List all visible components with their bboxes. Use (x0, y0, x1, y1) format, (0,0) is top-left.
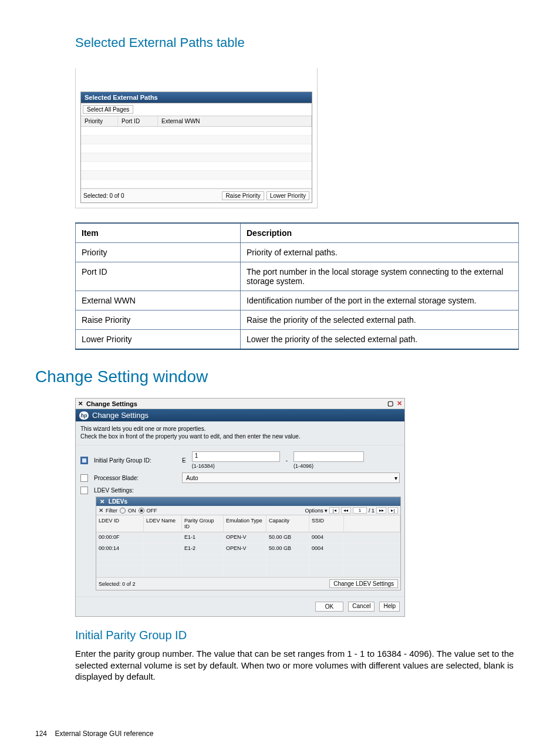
table-row[interactable]: 00:00:14E1-2OPEN-V50.00 GB0004 (96, 544, 400, 555)
cancel-button[interactable]: Cancel (348, 602, 375, 612)
col-emulation-type: Emulation Type (224, 515, 266, 532)
table-row (81, 127, 312, 136)
ipg-input-1[interactable]: 1 (192, 451, 280, 462)
table-row: Raise PriorityRaise the priority of the … (76, 310, 519, 330)
change-ldev-settings-button[interactable]: Change LDEV Settings (329, 579, 398, 588)
initial-parity-group-label: Initial Parity Group ID: (94, 457, 176, 464)
section-heading-3: Initial Parity Group ID (75, 629, 525, 642)
cell-description: Priority of external paths. (241, 243, 519, 262)
cell-description: The port number in the local storage sys… (241, 262, 519, 291)
close-icon[interactable]: ✕ (397, 400, 402, 407)
cell: 0004 (309, 544, 344, 554)
page-first-button[interactable]: |◂ (329, 507, 339, 514)
section-heading-1: Selected External Paths table (75, 35, 525, 50)
lower-priority-button[interactable]: Lower Priority (266, 191, 309, 200)
page-total: / 1 (369, 508, 375, 514)
page-last-button[interactable]: ▸| (388, 507, 398, 514)
ipg-prefix: E (182, 457, 186, 464)
ipg-range-1: (1-16384) (192, 463, 280, 469)
select-all-pages-button[interactable]: Select All Pages (83, 105, 133, 114)
cell-item: Priority (76, 243, 241, 262)
cell: 00:00:0F (96, 532, 144, 543)
col-priority: Priority (81, 116, 118, 126)
cell: 00:00:14 (96, 544, 144, 554)
ok-button[interactable]: OK (315, 602, 343, 612)
options-menu[interactable]: Options ▾ (305, 508, 328, 514)
processor-blade-checkbox[interactable] (80, 474, 88, 482)
processor-blade-select[interactable]: Auto ▾ (182, 472, 400, 483)
page-footer: 124 External Storage GUI reference (35, 730, 525, 738)
col-ldev-name: LDEV Name (144, 515, 182, 532)
change-settings-window: ✕ Change Settings ▢ ✕ hp Change Settings… (75, 398, 405, 617)
help-button[interactable]: Help (379, 602, 400, 612)
col-port-id: Port ID (118, 116, 158, 126)
raise-priority-button[interactable]: Raise Priority (222, 191, 264, 200)
filter-on-radio[interactable] (120, 508, 126, 514)
maximize-icon[interactable]: ▢ (387, 400, 393, 407)
selected-external-paths-panel: Selected External Paths Select All Pages… (75, 68, 318, 208)
cell: OPEN-V (224, 532, 266, 543)
cell: E1-1 (182, 532, 224, 543)
section-heading-2: Change Setting window (35, 367, 525, 386)
chevron-down-icon: ▾ (394, 475, 397, 481)
cell-item: Port ID (76, 262, 241, 291)
filter-label: Filter (106, 508, 117, 514)
cell-description: Raise the priority of the selected exter… (241, 310, 519, 330)
hp-logo-icon: hp (79, 411, 89, 420)
cell: OPEN-V (224, 544, 266, 554)
wizard-desc-1: This wizard lets you edit one or more pr… (80, 425, 400, 433)
footer-text: External Storage GUI reference (55, 730, 153, 738)
cell (144, 532, 182, 543)
panel-title: Selected External Paths (81, 92, 312, 103)
filter-off-radio[interactable] (139, 508, 144, 514)
col-parity-group-id: Parity Group ID (182, 515, 224, 532)
cell-item: Lower Priority (76, 330, 241, 350)
ipg-dash: - (286, 457, 288, 464)
selected-count: Selected: 0 of 0 (83, 193, 124, 199)
table-row (81, 180, 312, 188)
collapse-icon[interactable]: ✕ (99, 507, 103, 514)
cell: 50.00 GB (266, 532, 309, 543)
ldev-settings-checkbox[interactable] (80, 487, 88, 494)
table-header-row: Priority Port ID External WWN (81, 116, 312, 127)
cell-item: Raise Priority (76, 310, 241, 330)
filter-off-label: OFF (147, 508, 157, 514)
col-blank (344, 515, 400, 532)
table-row (81, 136, 312, 144)
page-prev-button[interactable]: ◂◂ (341, 507, 351, 514)
initial-parity-group-checkbox[interactable] (80, 457, 88, 464)
table-row (96, 555, 400, 566)
ldev-selected-count: Selected: 0 of 2 (99, 581, 136, 587)
col-capacity: Capacity (266, 515, 309, 532)
panel-title: Change Settings (92, 411, 149, 420)
col-ssid: SSID (309, 515, 344, 532)
ipg-input-2[interactable] (294, 451, 364, 462)
ipg-range-2: (1-4096) (294, 463, 364, 469)
collapse-icon[interactable]: ✕ (78, 400, 83, 407)
ldevs-section-title: LDEVs (109, 498, 127, 505)
ldev-settings-label: LDEV Settings: (94, 487, 176, 494)
col-description: Description (241, 223, 519, 243)
col-item: Item (76, 223, 241, 243)
collapse-icon[interactable]: ✕ (100, 498, 104, 505)
cell: E1-2 (182, 544, 224, 554)
cell (144, 544, 182, 554)
table-row (81, 162, 312, 171)
window-title: Change Settings (86, 400, 137, 407)
cell-item: External WWN (76, 291, 241, 310)
cell: 50.00 GB (266, 544, 309, 554)
page-number: 124 (35, 730, 47, 738)
cell-description: Identification number of the port in the… (241, 291, 519, 310)
col-external-wwn: External WWN (158, 116, 312, 126)
page-input[interactable]: 1 (353, 507, 367, 514)
table-row: Port IDThe port number in the local stor… (76, 262, 519, 291)
table-row: PriorityPriority of external paths. (76, 243, 519, 262)
page-next-button[interactable]: ▸▸ (376, 507, 386, 514)
table-row: External WWNIdentification number of the… (76, 291, 519, 310)
table-row[interactable]: 00:00:0FE1-1OPEN-V50.00 GB0004 (96, 532, 400, 544)
description-table-wrapper: Item Description PriorityPriority of ext… (75, 222, 525, 350)
table-row (81, 171, 312, 180)
col-ldev-id: LDEV ID (96, 515, 144, 532)
wizard-desc-2: Check the box in front of the property y… (80, 433, 400, 440)
table-row (96, 566, 400, 577)
